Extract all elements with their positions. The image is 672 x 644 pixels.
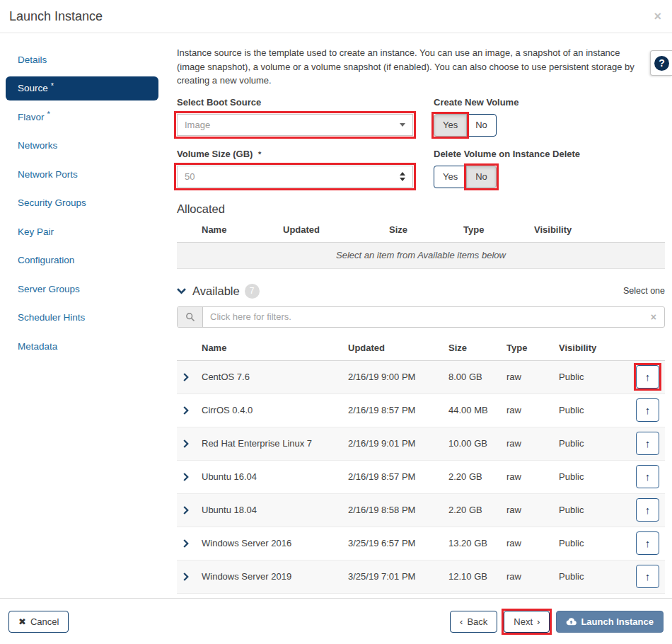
boot-source-field: Select Boot Source Image: [177, 97, 413, 137]
cell-type: raw: [506, 438, 559, 449]
cell-visibility: Public: [559, 538, 631, 548]
cell-updated: 3/25/19 6:57 PM: [348, 538, 448, 548]
cell-type: raw: [506, 505, 559, 515]
sidebar-item-label: Details: [18, 54, 47, 65]
x-mark-icon: ✖: [18, 616, 26, 627]
delete-volume-label: Delete Volume on Instance Delete: [434, 149, 665, 159]
cell-size: 2.20 GB: [448, 471, 506, 482]
sidebar-item[interactable]: Configuration: [0, 246, 170, 275]
boot-source-select[interactable]: Image: [177, 114, 413, 136]
chevron-right-icon[interactable]: [183, 573, 202, 581]
sidebar-item[interactable]: Metadata: [0, 332, 170, 361]
allocate-arrow-up-button[interactable]: ↑: [636, 565, 659, 588]
sidebar-item-label: Networks: [18, 140, 57, 151]
cell-name: Windows Server 2019: [202, 571, 348, 582]
chevron-down-icon[interactable]: [177, 288, 186, 294]
chevron-right-icon[interactable]: [183, 373, 202, 381]
required-asterisk: *: [47, 110, 50, 118]
back-button[interactable]: ‹ Back: [450, 611, 497, 633]
caret-down-icon: [400, 123, 405, 127]
cell-updated: 2/16/19 8:57 PM: [348, 405, 448, 415]
sidebar-item[interactable]: Server Groups: [0, 275, 170, 304]
sidebar-item[interactable]: Security Groups: [0, 189, 170, 218]
allocate-arrow-up-button[interactable]: ↑: [636, 498, 659, 522]
column-header: Name: [202, 224, 283, 235]
filter-input[interactable]: [203, 307, 643, 327]
sidebar-item[interactable]: Scheduler Hints: [0, 304, 170, 333]
image-row: Ubuntu 18.04 2/16/19 8:58 PM 2.20 GB raw…: [177, 494, 665, 527]
available-title: Available: [192, 284, 240, 298]
cell-visibility: Public: [559, 405, 631, 415]
chevron-right-icon: ›: [537, 616, 540, 627]
source-panel: Instance source is the template used to …: [170, 33, 672, 598]
allocate-arrow-up-button[interactable]: ↑: [636, 432, 659, 455]
modal-header: Launch Instance ×: [0, 0, 672, 33]
sidebar-item[interactable]: Key Pair: [0, 217, 170, 246]
allocated-empty-text: Select an item from Available items belo…: [336, 250, 506, 260]
cell-updated: 2/16/19 8:57 PM: [348, 471, 448, 482]
launch-instance-modal: Launch Instance × Details Source * Flavo…: [0, 0, 672, 598]
cell-type: raw: [506, 471, 559, 482]
chevron-left-icon: ‹: [460, 616, 463, 627]
available-section-bar: Available 7 Select one: [177, 284, 665, 299]
column-header: Size: [389, 224, 463, 235]
chevron-right-icon[interactable]: [183, 406, 202, 415]
volume-size-input[interactable]: 50: [177, 166, 413, 188]
allocated-table-header: NameUpdatedSizeTypeVisibility: [177, 224, 665, 243]
image-row: Ubuntu 16.04 2/16/19 8:57 PM 2.20 GB raw…: [177, 461, 665, 494]
column-header: Updated: [283, 224, 389, 235]
cell-type: raw: [506, 571, 559, 582]
sidebar-item[interactable]: Details: [0, 45, 170, 74]
cell-visibility: Public: [559, 471, 631, 482]
image-row: Red Hat Enterprise Linux 7 2/16/19 9:01 …: [177, 427, 665, 461]
next-button[interactable]: Next ›: [504, 611, 550, 633]
chevron-right-icon[interactable]: [183, 439, 202, 448]
delete-volume-yes-button[interactable]: Yes: [434, 166, 467, 188]
search-icon[interactable]: [178, 307, 203, 327]
cell-updated: 3/25/19 7:01 PM: [348, 571, 448, 582]
cell-size: 12.10 GB: [448, 571, 506, 582]
cell-size: 8.00 GB: [448, 372, 506, 382]
create-volume-yes-button[interactable]: Yes: [434, 114, 467, 137]
cell-size: 2.20 GB: [448, 505, 506, 515]
create-new-volume-toggle: Yes No: [434, 114, 497, 137]
cell-visibility: Public: [559, 438, 631, 449]
required-asterisk: *: [258, 150, 261, 159]
number-spinner-icon[interactable]: [400, 172, 405, 181]
column-header: Type: [463, 224, 534, 235]
create-volume-no-button[interactable]: No: [466, 114, 497, 137]
allocate-arrow-up-button[interactable]: ↑: [636, 365, 659, 389]
sidebar-item-label: Security Groups: [18, 197, 86, 208]
cancel-button[interactable]: ✖ Cancel: [8, 611, 69, 633]
allocate-arrow-up-button[interactable]: ↑: [636, 531, 659, 555]
clear-filter-icon[interactable]: ×: [643, 307, 664, 327]
help-button[interactable]: ?: [650, 50, 672, 76]
cell-size: 13.20 GB: [448, 538, 506, 548]
cell-visibility: Public: [559, 571, 631, 582]
cell-name: Windows Server 2016: [202, 538, 348, 548]
delete-volume-no-button[interactable]: No: [466, 166, 497, 188]
sidebar-item[interactable]: Source *: [6, 76, 158, 101]
image-row: Windows Server 2016 3/25/19 6:57 PM 13.2…: [177, 527, 665, 560]
allocated-empty-row: Select an item from Available items belo…: [177, 243, 665, 269]
allocate-arrow-up-button[interactable]: ↑: [636, 465, 659, 488]
sidebar-item[interactable]: Flavor *: [0, 103, 170, 132]
chevron-right-icon[interactable]: [183, 473, 202, 481]
sidebar-item[interactable]: Networks: [0, 132, 170, 161]
sidebar-item-label: Scheduler Hints: [18, 312, 85, 323]
sidebar-item-label: Key Pair: [18, 226, 54, 237]
allocate-arrow-up-button[interactable]: ↑: [636, 398, 659, 422]
column-header: Name: [202, 343, 348, 353]
cell-name: Red Hat Enterprise Linux 7: [202, 438, 348, 449]
volume-size-value: 50: [185, 171, 195, 182]
close-icon[interactable]: ×: [654, 10, 661, 23]
launch-instance-button[interactable]: Launch Instance: [556, 611, 664, 633]
cell-name: CirrOS 0.4.0: [202, 405, 348, 415]
create-new-volume-label: Create New Volume: [434, 97, 665, 108]
sidebar-item[interactable]: Network Ports: [0, 160, 170, 189]
cell-updated: 2/16/19 8:58 PM: [348, 505, 448, 515]
cell-visibility: Public: [559, 372, 631, 382]
delete-volume-toggle: Yes No: [434, 166, 497, 188]
chevron-right-icon[interactable]: [183, 506, 202, 514]
chevron-right-icon[interactable]: [183, 539, 202, 548]
